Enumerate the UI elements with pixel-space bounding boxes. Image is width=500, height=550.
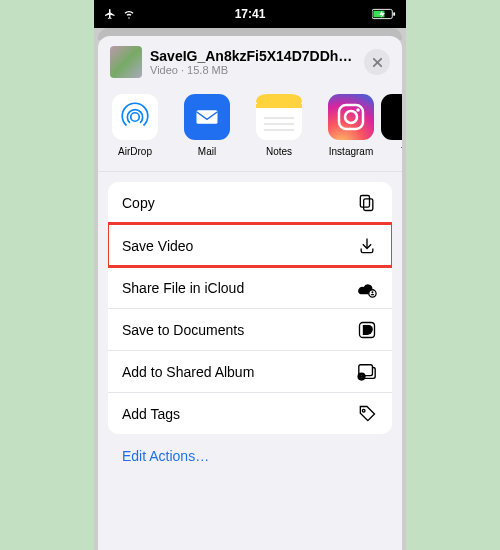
action-save-documents[interactable]: Save to Documents bbox=[108, 308, 392, 350]
share-target-instagram[interactable]: Instagram bbox=[324, 94, 378, 157]
instagram-icon bbox=[328, 94, 374, 140]
svg-point-14 bbox=[356, 108, 360, 112]
share-target-label: T bbox=[401, 146, 402, 157]
share-target-notes[interactable]: Notes bbox=[252, 94, 306, 157]
svg-rect-15 bbox=[364, 199, 373, 211]
share-target-label: Instagram bbox=[329, 146, 373, 157]
action-add-tags[interactable]: Add Tags bbox=[108, 392, 392, 434]
svg-rect-7 bbox=[256, 104, 302, 108]
svg-point-18 bbox=[371, 291, 373, 293]
share-target-airdrop[interactable]: AirDrop bbox=[108, 94, 162, 157]
file-header: SaveIG_An8kzFi5X14D7DDhXM... Video · 15.… bbox=[108, 46, 392, 90]
share-target-label: AirDrop bbox=[118, 146, 152, 157]
share-target-more[interactable]: T bbox=[396, 94, 402, 157]
battery-icon bbox=[372, 8, 396, 20]
documents-app-icon bbox=[356, 319, 378, 341]
edit-actions-link[interactable]: Edit Actions… bbox=[108, 434, 392, 478]
file-thumbnail bbox=[110, 46, 142, 78]
svg-point-3 bbox=[131, 113, 140, 122]
notes-icon bbox=[256, 94, 302, 140]
action-label: Add Tags bbox=[122, 406, 180, 422]
airplane-mode-icon bbox=[104, 8, 116, 20]
action-share-icloud[interactable]: Share File in iCloud bbox=[108, 266, 392, 308]
copy-icon bbox=[356, 192, 378, 214]
action-shared-album[interactable]: Add to Shared Album bbox=[108, 350, 392, 392]
action-label: Save to Documents bbox=[122, 322, 244, 338]
svg-point-24 bbox=[362, 409, 365, 412]
airdrop-icon bbox=[112, 94, 158, 140]
action-label: Save Video bbox=[122, 238, 193, 254]
file-meta: Video · 15.8 MB bbox=[150, 64, 356, 76]
icloud-person-icon bbox=[356, 277, 378, 299]
share-target-row[interactable]: AirDrop Mail Notes Instagram bbox=[98, 90, 402, 172]
tag-icon bbox=[356, 403, 378, 425]
svg-rect-11 bbox=[328, 94, 374, 140]
share-target-label: Mail bbox=[198, 146, 216, 157]
file-name: SaveIG_An8kzFi5X14D7DDhXM... bbox=[150, 48, 356, 64]
share-sheet: SaveIG_An8kzFi5X14D7DDhXM... Video · 15.… bbox=[98, 36, 402, 550]
wifi-icon bbox=[122, 8, 136, 20]
action-copy[interactable]: Copy bbox=[108, 182, 392, 224]
action-label: Share File in iCloud bbox=[122, 280, 244, 296]
mail-icon bbox=[184, 94, 230, 140]
download-icon bbox=[356, 235, 378, 257]
action-label: Add to Shared Album bbox=[122, 364, 254, 380]
svg-rect-2 bbox=[393, 12, 395, 16]
status-clock: 17:41 bbox=[235, 7, 266, 21]
status-bar: 17:41 bbox=[94, 0, 406, 28]
share-target-mail[interactable]: Mail bbox=[180, 94, 234, 157]
share-target-label: Notes bbox=[266, 146, 292, 157]
svg-rect-4 bbox=[197, 110, 218, 124]
svg-point-17 bbox=[369, 289, 376, 296]
shared-album-icon bbox=[356, 361, 378, 383]
action-list: Copy Save Video Share File in iCloud Sav… bbox=[108, 182, 392, 434]
close-button[interactable] bbox=[364, 49, 390, 75]
close-icon bbox=[372, 57, 383, 68]
svg-rect-16 bbox=[360, 196, 369, 208]
action-save-video[interactable]: Save Video bbox=[108, 224, 392, 266]
action-label: Copy bbox=[122, 195, 155, 211]
extra-app-icon bbox=[381, 94, 402, 140]
